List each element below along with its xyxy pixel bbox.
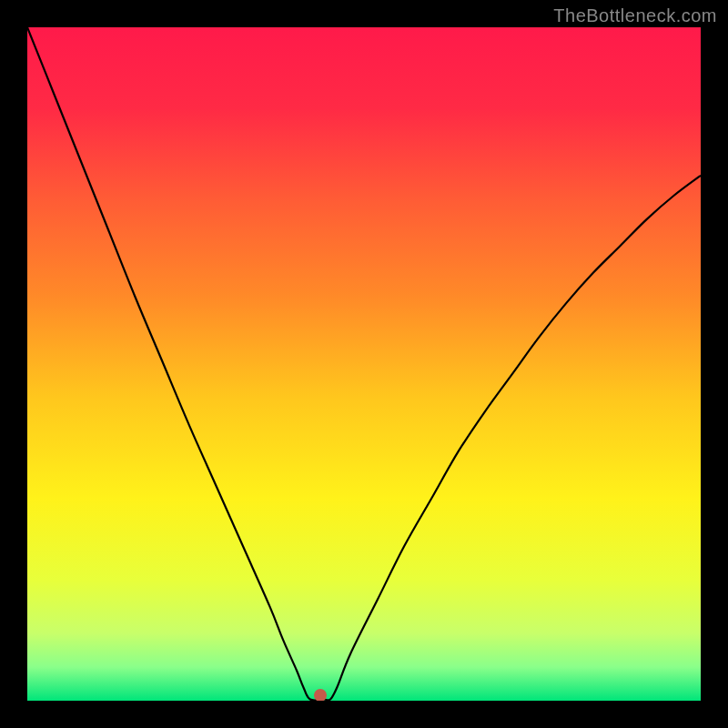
watermark-text: TheBottleneck.com [553,5,717,26]
chart-frame: TheBottleneck.com [0,0,728,728]
plot-area [27,27,701,701]
optimal-point-marker [314,689,327,701]
bottleneck-curve [27,27,701,701]
